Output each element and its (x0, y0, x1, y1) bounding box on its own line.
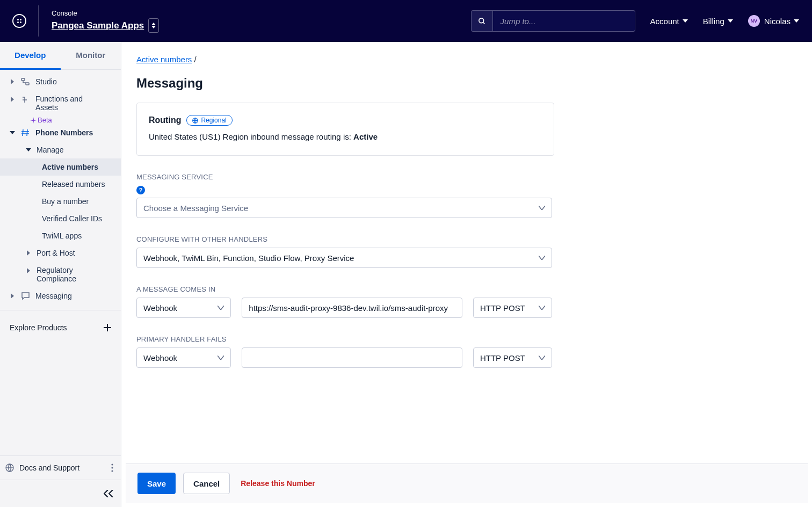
sidebar-item-phone-numbers[interactable]: Phone Numbers (0, 124, 121, 141)
routing-text: United States (US1) Region inbound messa… (149, 132, 542, 141)
sidebar-label: Functions and Assets (35, 95, 95, 112)
sidebar-label: Verified Caller IDs (42, 214, 102, 223)
incoming-type: Webhook (143, 303, 177, 313)
sidebar-item-functions[interactable]: Functions and Assets (0, 90, 121, 116)
chevron-down-icon (683, 19, 688, 23)
fallback-url-field[interactable] (242, 347, 462, 368)
sidebar-label: TwiML apps (42, 231, 82, 240)
user-menu[interactable]: NV Nicolas (748, 15, 799, 27)
chevron-right-icon (10, 79, 15, 84)
fallback-label: PRIMARY HANDLER FAILS (136, 335, 797, 343)
billing-label: Billing (703, 17, 724, 26)
tab-monitor[interactable]: Monitor (61, 42, 121, 69)
collapse-sidebar[interactable] (0, 480, 121, 507)
handlers-label: CONFIGURE WITH OTHER HANDLERS (136, 235, 797, 243)
chevron-down-icon (218, 306, 224, 310)
chevron-down-icon (539, 356, 545, 360)
sidebar-label: Released numbers (42, 180, 105, 189)
msg-service-placeholder: Choose a Messaging Service (143, 204, 248, 213)
project-switcher[interactable] (148, 18, 159, 33)
sidebar-label: Buy a number (42, 197, 89, 206)
logo-icon (12, 14, 26, 28)
avatar: NV (748, 15, 760, 27)
more-icon[interactable] (111, 463, 113, 472)
sidebar-item-messaging[interactable]: Messaging (0, 287, 121, 305)
sidebar-item-studio[interactable]: Studio (0, 73, 121, 90)
handlers-value: Webhook, TwiML Bin, Function, Studio Flo… (143, 253, 354, 263)
chevron-right-icon (26, 268, 31, 273)
footer-bar: Save Cancel Release this Number (126, 463, 808, 503)
globe-icon (192, 118, 198, 124)
cancel-button[interactable]: Cancel (183, 473, 230, 494)
sparkle-icon (30, 117, 37, 124)
studio-icon (20, 78, 30, 85)
incoming-type-select[interactable]: Webhook (136, 298, 231, 318)
billing-menu[interactable]: Billing (703, 17, 733, 26)
chevron-down-icon (539, 206, 545, 210)
sidebar-item-port-host[interactable]: Port & Host (0, 244, 121, 262)
docs-label: Docs and Support (19, 463, 79, 472)
hash-icon (20, 129, 30, 136)
help-icon[interactable]: ? (136, 186, 145, 194)
incoming-url-input[interactable] (249, 303, 455, 313)
chevron-down-icon (794, 19, 799, 23)
routing-card: Routing Regional United States (US1) Reg… (136, 103, 554, 156)
sidebar-item-verified-caller[interactable]: Verified Caller IDs (0, 210, 121, 227)
regional-badge: Regional (186, 115, 232, 126)
project-name[interactable]: Pangea Sample Apps (52, 20, 144, 31)
svg-line-1 (483, 22, 484, 24)
account-label: Account (650, 17, 679, 26)
sidebar-label: Regulatory Compliance (37, 266, 96, 283)
chevron-down-icon (728, 19, 733, 23)
sidebar-label: Messaging (35, 292, 72, 300)
account-menu[interactable]: Account (650, 17, 688, 26)
fallback-method: HTTP POST (480, 353, 525, 363)
routing-heading: Routing (149, 115, 181, 125)
sidebar-item-regulatory[interactable]: Regulatory Compliance (0, 262, 121, 287)
handlers-select[interactable]: Webhook, TwiML Bin, Function, Studio Flo… (136, 248, 552, 268)
tab-develop[interactable]: Develop (0, 42, 61, 70)
docs-support[interactable]: Docs and Support (0, 455, 121, 480)
incoming-method-select[interactable]: HTTP POST (473, 298, 552, 318)
sidebar-label: Manage (37, 146, 64, 154)
fallback-method-select[interactable]: HTTP POST (473, 347, 552, 368)
breadcrumb: Active numbers / (136, 55, 797, 64)
sidebar-item-twiml-apps[interactable]: TwiML apps (0, 227, 121, 244)
search-icon[interactable] (472, 11, 493, 31)
svg-rect-3 (26, 83, 29, 85)
collapse-icon (104, 490, 113, 497)
user-label: Nicolas (764, 17, 791, 26)
msg-service-select[interactable]: Choose a Messaging Service (136, 198, 552, 218)
release-number-link[interactable]: Release this Number (241, 479, 315, 488)
explore-label: Explore Products (10, 323, 67, 332)
explore-products[interactable]: Explore Products (0, 316, 121, 339)
fallback-type-select[interactable]: Webhook (136, 347, 231, 368)
sidebar-item-manage[interactable]: Manage (0, 141, 121, 158)
divider (0, 310, 121, 310)
main: Active numbers / Messaging Routing Regio… (121, 42, 812, 507)
page-title: Messaging (136, 76, 797, 91)
breadcrumb-active-numbers[interactable]: Active numbers (136, 55, 192, 64)
fallback-url-input[interactable] (249, 353, 455, 363)
chat-icon (20, 292, 30, 300)
svg-point-0 (479, 18, 483, 23)
sidebar-item-released-numbers[interactable]: Released numbers (0, 176, 121, 193)
beta-badge: Beta (0, 116, 121, 124)
sidebar-label: Port & Host (37, 249, 75, 257)
search-input[interactable] (493, 17, 635, 26)
chevron-down-icon (218, 356, 224, 360)
logo[interactable] (0, 0, 39, 42)
plus-icon (104, 324, 111, 331)
sidebar-item-active-numbers[interactable]: Active numbers (0, 158, 121, 176)
chevron-right-icon (10, 97, 15, 102)
incoming-url-field[interactable] (242, 298, 462, 318)
sidebar-item-buy-number[interactable]: Buy a number (0, 193, 121, 210)
incoming-label: A MESSAGE COMES IN (136, 285, 797, 293)
save-button[interactable]: Save (137, 473, 176, 494)
svg-point-5 (111, 463, 113, 465)
project-block: Console Pangea Sample Apps (39, 9, 159, 33)
msg-service-label: MESSAGING SERVICE (136, 173, 797, 181)
chevron-down-icon (10, 131, 15, 134)
fallback-type: Webhook (143, 353, 177, 363)
sidebar-label: Studio (35, 77, 57, 86)
